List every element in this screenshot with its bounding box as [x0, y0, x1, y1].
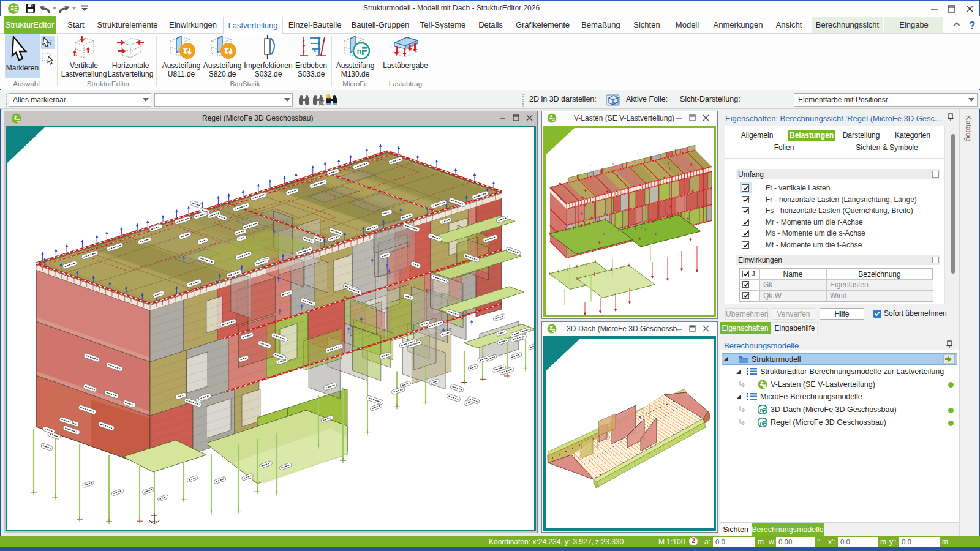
svg-text:?: ?: [969, 20, 975, 31]
svg-text:n: n: [760, 407, 763, 413]
svg-text:n: n: [357, 47, 362, 56]
svg-text:n: n: [760, 420, 763, 426]
svg-text:3D: 3D: [613, 102, 619, 106]
svg-text:i: i: [50, 39, 52, 47]
